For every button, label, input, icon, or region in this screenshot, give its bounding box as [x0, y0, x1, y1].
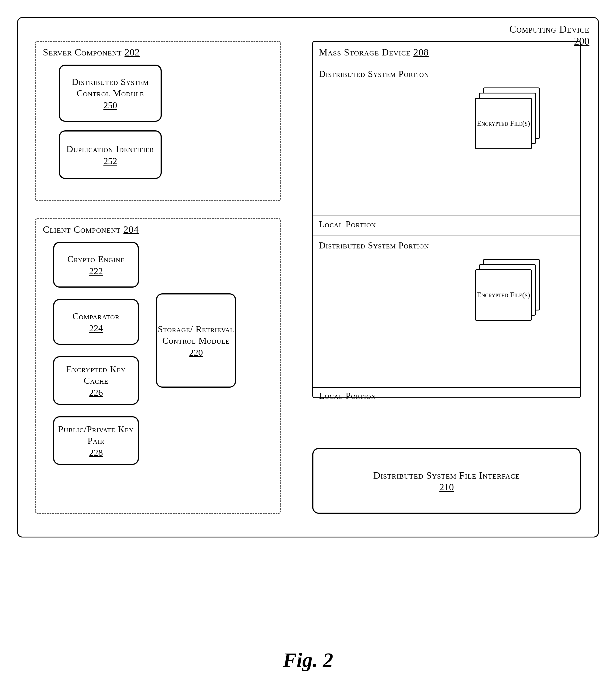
dup-id-title: Duplication Identifier — [67, 143, 154, 155]
enc-key-cache-title: Encrypted Key Cache — [54, 363, 138, 386]
dup-id-number: 252 — [103, 156, 117, 166]
client-component-label: Client Component 204 — [43, 224, 139, 235]
server-component-box: Server Component 202 Distributed System … — [35, 41, 281, 201]
dscm-number: 250 — [103, 100, 117, 111]
ds-portion-2: Distributed System Portion Encrypted Fil… — [313, 236, 580, 388]
server-component-label: Server Component 202 — [43, 47, 140, 58]
enc-key-cache-module: Encrypted Key Cache 226 — [53, 356, 139, 405]
local-label-1: Local Portion — [319, 219, 376, 230]
mass-storage-box: Mass Storage Device 208 Distributed Syst… — [312, 41, 581, 398]
left-panel: Server Component 202 Distributed System … — [35, 41, 281, 514]
right-panel: Mass Storage Device 208 Distributed Syst… — [312, 41, 581, 514]
encrypted-files-label-1: Encrypted File(s) — [477, 119, 530, 129]
crypto-engine-number: 222 — [89, 266, 103, 276]
figure-label: Fig. 2 — [283, 648, 333, 672]
pub-priv-key-title: Public/Private Key Pair — [54, 423, 138, 446]
file-card-front-2: Encrypted File(s) — [475, 269, 532, 321]
encrypted-files-label-2: Encrypted File(s) — [477, 290, 530, 300]
crypto-engine-module: Crypto Engine 222 — [53, 242, 139, 288]
file-stack-2: Encrypted File(s) — 240 — [472, 259, 540, 345]
local-portion-2: Local Portion — [313, 388, 580, 399]
client-component-box: Client Component 204 Crypto Engine 222 C… — [35, 218, 281, 514]
ds-portion-1: Distributed System Portion Encrypted Fil… — [313, 65, 580, 216]
dscm-module: Distributed System Control Module 250 — [59, 65, 162, 122]
comparator-module: Comparator 224 — [53, 299, 139, 345]
pub-priv-key-module: Public/Private Key Pair 228 — [53, 416, 139, 465]
local-portion-1: Local Portion — [313, 216, 580, 236]
file-stack-1: Encrypted File(s) — 240 — [472, 87, 540, 173]
pub-priv-key-number: 228 — [89, 447, 103, 458]
encrypted-files-2: Encrypted File(s) — 240 — [466, 259, 546, 356]
dscm-title: Distributed System Control Module — [60, 76, 161, 99]
enc-key-cache-number: 226 — [89, 387, 103, 398]
encrypted-files-1: Encrypted File(s) — 240 — [466, 87, 546, 185]
ds-portion-2-label: Distributed System Portion — [319, 240, 429, 251]
src-module-title: Storage/ Retrieval Control Module — [157, 323, 235, 346]
dsfi-title: Distributed System File Interface — [373, 469, 520, 482]
crypto-engine-title: Crypto Engine — [67, 253, 125, 265]
comparator-title: Comparator — [73, 310, 120, 322]
computing-device-title: Computing Device — [509, 23, 589, 35]
src-module: Storage/ Retrieval Control Module 220 — [156, 293, 236, 388]
dup-id-module: Duplication Identifier 252 — [59, 130, 162, 179]
mass-storage-label: Mass Storage Device 208 — [319, 47, 429, 58]
dsfi-number: 210 — [439, 482, 454, 493]
src-module-number: 220 — [189, 348, 203, 358]
dsfi-box: Distributed System File Interface 210 — [312, 448, 581, 514]
computing-device-box: Computing Device 200 Server Component 20… — [17, 17, 599, 538]
comparator-number: 224 — [89, 323, 103, 334]
local-label-2: Local Portion — [319, 391, 376, 401]
file-card-front-1: Encrypted File(s) — [475, 98, 532, 149]
ds-portion-1-label: Distributed System Portion — [319, 69, 429, 79]
